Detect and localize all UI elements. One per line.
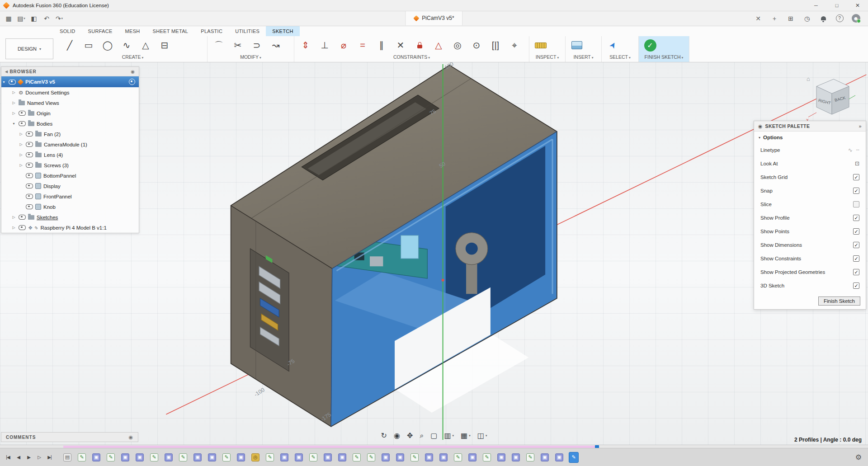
timeline-feature-extrude-30[interactable]: ▣ <box>494 453 509 461</box>
expand-arrow-icon[interactable]: ▷ <box>19 163 24 167</box>
show-dimensions-checkbox[interactable]: ✓ <box>853 242 859 248</box>
browser-item-display[interactable]: Display <box>1 181 139 191</box>
go-to-end-button[interactable]: ▶| <box>44 452 55 463</box>
browser-header[interactable]: ◀ BROWSER ◉ <box>1 67 139 76</box>
show-points-checkbox[interactable]: ✓ <box>853 228 859 235</box>
ribbon-tab-utilities[interactable]: UTILITIES <box>229 26 266 36</box>
step-forward-button[interactable]: ▷ <box>34 452 44 463</box>
concentric-icon[interactable]: ◎ <box>448 37 467 54</box>
timeline-feature-extrude-28[interactable]: ▣ <box>465 453 480 461</box>
equal-icon[interactable]: = <box>353 37 372 54</box>
timeline-feature-sketch-6[interactable]: ✎ <box>147 453 161 461</box>
timeline-feature-sketch-24[interactable]: ✎ <box>407 453 422 461</box>
finish-sketch-button[interactable]: Finish Sketch <box>818 297 860 306</box>
timeline-feature-current-35[interactable]: ✎ <box>566 452 581 463</box>
viewport-3d[interactable]: 1007550-75-100-175 ⌂ RIGHT BACK X ◀ BROW… <box>0 62 868 445</box>
visibility-eye-icon[interactable] <box>26 204 33 209</box>
close-button[interactable]: ✕ <box>847 0 868 11</box>
expand-arrow-icon[interactable]: ▷ <box>19 132 24 136</box>
project-icon[interactable]: ⌖ <box>505 37 524 54</box>
symmetry-icon[interactable]: △ <box>429 37 448 54</box>
timeline-feature-hole-13[interactable]: ◎ <box>248 453 263 461</box>
trim-icon[interactable]: ✂ <box>228 37 247 54</box>
timeline-feature-extrude-7[interactable]: ▣ <box>161 453 176 461</box>
measure-icon[interactable] <box>531 37 550 54</box>
document-tab[interactable]: PiCamV3 v5* <box>405 11 462 25</box>
fillet-icon[interactable]: ⌒ <box>209 37 228 54</box>
timeline-feature-extrude-5[interactable]: ▣ <box>132 453 147 461</box>
timeline-feature-extrude-33[interactable]: ▣ <box>538 453 552 461</box>
spline-icon[interactable]: ∿ <box>117 37 136 54</box>
expand-arrow-icon[interactable]: ▾ <box>11 122 16 126</box>
browser-item-bodies[interactable]: ▾Bodies <box>1 118 139 129</box>
timeline-feature-extrude-12[interactable]: ▣ <box>234 453 248 461</box>
visibility-eye-icon[interactable] <box>19 111 26 116</box>
linetype-construction-icon[interactable]: ╌ <box>856 147 859 153</box>
timeline-feature-extrude-23[interactable]: ▣ <box>393 453 407 461</box>
offset-icon[interactable]: ⊃ <box>247 37 266 54</box>
timeline-feature-extrude-10[interactable]: ▣ <box>205 453 219 461</box>
ribbon-tab-sketch[interactable]: SKETCH <box>266 26 299 36</box>
line-icon[interactable]: ╱ <box>60 37 79 54</box>
insert-image-icon[interactable] <box>567 37 586 54</box>
visibility-eye-icon[interactable] <box>19 121 26 126</box>
maximize-button[interactable]: □ <box>826 0 847 11</box>
close-document-icon[interactable]: ✕ <box>752 13 764 24</box>
show-profile-checkbox[interactable]: ✓ <box>853 215 859 221</box>
comments-expand-icon[interactable]: ◉ <box>128 434 133 440</box>
collapse-panel-icon[interactable]: ◀ <box>5 70 9 74</box>
3d-sketch-checkbox[interactable]: ✓ <box>853 282 859 289</box>
expand-arrow-icon[interactable]: ▷ <box>11 226 16 230</box>
display-settings-icon[interactable]: ▥▾ <box>444 432 454 439</box>
show-projected-geometries-checkbox[interactable]: ✓ <box>853 269 859 275</box>
browser-item-named-views[interactable]: ▷Named Views <box>1 98 139 108</box>
group-label-constraints[interactable]: CONSTRAINTS <box>294 54 529 61</box>
timeline-feature-extrude-22[interactable]: ▣ <box>378 453 393 461</box>
browser-item-knob[interactable]: Knob <box>1 202 139 212</box>
select-cursor-icon[interactable]: ➤ <box>604 37 623 54</box>
minimize-button[interactable]: ─ <box>806 0 826 11</box>
undo-icon[interactable]: ↶ <box>41 13 52 24</box>
comments-bar[interactable]: COMMENTS ◉ <box>1 432 138 442</box>
timeline-feature-sketch-29[interactable]: ✎ <box>480 453 494 461</box>
extend-icon[interactable]: ↝ <box>266 37 285 54</box>
perpendicular-icon[interactable]: ⊥ <box>315 37 334 54</box>
view-cube[interactable]: ⌂ RIGHT BACK X <box>803 73 860 125</box>
expand-arrow-icon[interactable]: ▷ <box>11 111 16 115</box>
browser-item-sketches[interactable]: ▷Sketches <box>1 212 139 222</box>
expand-arrow-icon[interactable]: ▷ <box>11 215 16 219</box>
timeline-feature-sketch-14[interactable]: ✎ <box>263 453 277 461</box>
extensions-icon[interactable]: ⊞ <box>785 13 797 24</box>
sketch-dimension-icon[interactable]: ⇕ <box>296 37 315 54</box>
go-to-start-button[interactable]: |◀ <box>3 452 13 463</box>
browser-root-item[interactable]: ▾PiCamV3 v5 <box>1 76 139 87</box>
group-label-select[interactable]: SELECT <box>602 54 638 61</box>
timeline-feature-extrude-9[interactable]: ▣ <box>190 453 205 461</box>
timeline-feature-sketch-21[interactable]: ✎ <box>364 453 378 461</box>
parallel-icon[interactable]: ∥ <box>372 37 391 54</box>
timeline-feature-sketch-27[interactable]: ✎ <box>451 453 465 461</box>
browser-item-fan-2-[interactable]: ▷Fan (2) <box>1 129 139 139</box>
rectangle-icon[interactable]: ▭ <box>79 37 98 54</box>
pan-icon[interactable]: ✥ <box>407 432 413 439</box>
coincident-icon[interactable]: ✕ <box>391 37 410 54</box>
timeline-feature-sketch-3[interactable]: ✎ <box>104 453 118 461</box>
browser-item-lens-4-[interactable]: ▷Lens (4) <box>1 150 139 160</box>
group-label-finish-sketch[interactable]: FINISH SKETCH <box>639 54 689 61</box>
show-constraints-checkbox[interactable]: ✓ <box>853 255 859 262</box>
timeline-feature-extrude-25[interactable]: ▣ <box>422 453 436 461</box>
grid-display-icon[interactable]: ▦▾ <box>461 432 471 439</box>
visibility-eye-icon[interactable] <box>26 184 33 188</box>
account-avatar[interactable]: ☻ <box>850 13 862 24</box>
visibility-eye-icon[interactable] <box>26 142 33 147</box>
look-at-icon[interactable]: ⊡ <box>855 160 859 167</box>
job-status-icon[interactable]: ◷ <box>801 13 813 24</box>
timeline-feature-extrude-18[interactable]: ▣ <box>321 453 335 461</box>
play-button[interactable]: ▶ <box>24 452 34 463</box>
visibility-eye-icon[interactable] <box>26 194 33 199</box>
browser-item-raspberry-pi-4-model-b-v1-1[interactable]: ▷❖∞Raspberry Pi 4 Model B v1:1 <box>1 222 139 233</box>
diameter-dimension-icon[interactable]: ⌀ <box>334 37 353 54</box>
orbit-icon[interactable]: ↻ <box>381 432 387 439</box>
new-document-icon[interactable]: + <box>769 13 780 24</box>
timeline-feature-document-0[interactable]: ▤ <box>60 453 75 461</box>
